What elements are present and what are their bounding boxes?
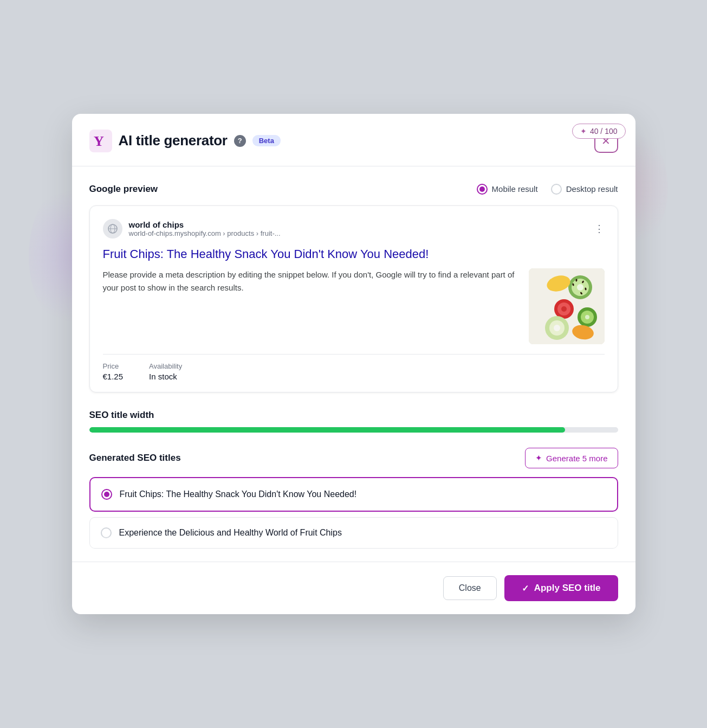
generated-header-row: Generated SEO titles ✦ Generate 5 more	[89, 448, 618, 468]
availability-label: Availability	[149, 362, 182, 370]
preview-description: Please provide a meta description by edi…	[103, 268, 520, 294]
title-option-2-text: Experience the Delicious and Healthy Wor…	[119, 528, 342, 538]
availability-block: Availability In stock	[149, 362, 182, 381]
progress-bar-background	[89, 427, 618, 433]
header-left: Y AI title generator ? Beta	[89, 130, 281, 152]
apply-label: Apply SEO title	[534, 583, 601, 594]
view-toggle-group: Mobile result Desktop result	[477, 184, 618, 195]
title-option-1-text: Fruit Chips: The Healthy Snack You Didn'…	[120, 489, 357, 499]
progress-bar-fill	[89, 427, 565, 433]
site-info: world of chips world-of-chips.myshopify.…	[103, 219, 281, 239]
desktop-radio-circle[interactable]	[551, 184, 562, 195]
desktop-result-option[interactable]: Desktop result	[551, 184, 618, 195]
site-name: world of chips	[129, 220, 281, 229]
preview-content-row: Please provide a meta description by edi…	[103, 268, 605, 344]
seo-width-section: SEO title width	[89, 410, 618, 433]
check-icon: ✓	[522, 583, 529, 594]
generate-more-button[interactable]: ✦ Generate 5 more	[525, 448, 618, 468]
svg-point-19	[585, 315, 589, 319]
site-name-block: world of chips world-of-chips.myshopify.…	[129, 220, 281, 237]
svg-text:Y: Y	[94, 133, 104, 149]
title-option-2[interactable]: Experience the Delicious and Healthy Wor…	[89, 517, 618, 549]
beta-badge: Beta	[252, 135, 281, 146]
title-option-2-radio[interactable]	[101, 527, 112, 538]
modal-header: Y AI title generator ? Beta ✕	[72, 114, 635, 166]
generated-titles-label: Generated SEO titles	[89, 453, 181, 463]
svg-point-9	[577, 284, 583, 291]
more-options-icon[interactable]: ⋮	[594, 223, 605, 235]
seo-width-label: SEO title width	[89, 410, 618, 421]
desktop-result-label: Desktop result	[566, 184, 618, 194]
yoast-logo-icon: Y	[89, 130, 112, 152]
footer-close-button[interactable]: Close	[443, 576, 497, 600]
google-preview-label: Google preview	[89, 184, 158, 195]
price-value: €1.25	[103, 372, 124, 381]
svg-point-13	[561, 306, 567, 312]
credits-display: 40 / 100	[590, 127, 618, 136]
availability-value: In stock	[149, 372, 182, 381]
svg-point-16	[554, 325, 560, 331]
generated-section: Generated SEO titles ✦ Generate 5 more F…	[89, 448, 618, 549]
modal-title: AI title generator	[119, 132, 228, 149]
title-option-1[interactable]: Fruit Chips: The Healthy Snack You Didn'…	[89, 477, 618, 512]
generate-more-label: Generate 5 more	[546, 454, 607, 463]
mobile-result-label: Mobile result	[492, 184, 538, 194]
modal-body: Google preview Mobile result Desktop res…	[72, 166, 635, 549]
modal-footer: Close ✓ Apply SEO title	[72, 562, 635, 614]
site-url: world-of-chips.myshopify.com › products …	[129, 229, 281, 237]
site-row: world of chips world-of-chips.myshopify.…	[103, 219, 605, 239]
apply-seo-title-button[interactable]: ✓ Apply SEO title	[504, 575, 618, 601]
sparkle-icon: ✦	[580, 127, 587, 136]
preview-image	[529, 268, 605, 344]
title-option-1-radio[interactable]	[101, 489, 112, 500]
google-preview-header-row: Google preview Mobile result Desktop res…	[89, 184, 618, 195]
help-icon[interactable]: ?	[234, 135, 246, 147]
ai-title-generator-modal: ✦ 40 / 100 Y AI title generator ? Beta ✕	[72, 114, 635, 615]
price-availability-row: Price €1.25 Availability In stock	[103, 354, 605, 381]
credits-badge: ✦ 40 / 100	[572, 124, 626, 139]
google-preview-card: world of chips world-of-chips.myshopify.…	[89, 205, 618, 393]
generate-sparkle-icon: ✦	[535, 453, 542, 463]
mobile-result-option[interactable]: Mobile result	[477, 184, 538, 195]
mobile-radio-circle[interactable]	[477, 184, 488, 195]
price-label: Price	[103, 362, 124, 370]
preview-title: Fruit Chips: The Healthy Snack You Didn'…	[103, 246, 605, 262]
site-favicon-icon	[103, 219, 122, 239]
price-block: Price €1.25	[103, 362, 124, 381]
